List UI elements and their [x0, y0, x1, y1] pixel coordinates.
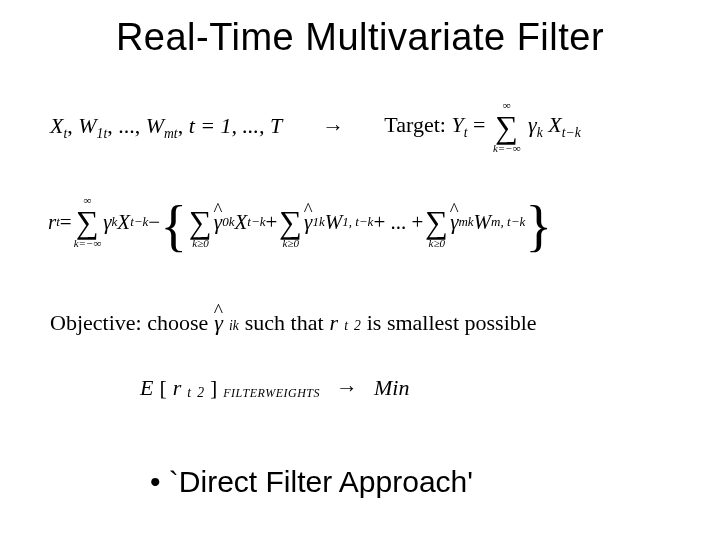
- sum-icon: ∞ ∑ k=−∞: [493, 100, 521, 154]
- arrow-icon: →: [336, 375, 358, 401]
- equation-target: Xt, W1t, ..., Wmt, t = 1, ..., T → Targe…: [50, 100, 670, 154]
- equation-residual: rt = ∞ ∑ k=−∞ γk Xt−k − { ∑ k≥0 γ0k Xt−k…: [48, 195, 688, 249]
- sum-icon: ∑ k≥0: [189, 195, 212, 249]
- gamma-hat: γ: [450, 210, 458, 235]
- arrow-icon: →: [322, 114, 344, 140]
- eq1-inputs: Xt, W1t, ..., Wmt, t = 1, ..., T: [50, 113, 282, 142]
- slide: Real-Time Multivariate Filter Xt, W1t, .…: [0, 0, 720, 540]
- equation-min: E[rt2]FILTERWEIGHTS → Min: [140, 375, 580, 401]
- gamma-hat: γ: [304, 210, 312, 235]
- bullet-text: `Direct Filter Approach': [150, 465, 473, 499]
- eq1-target: Target: Yt = ∞ ∑ k=−∞ γk Xt−k: [384, 100, 580, 154]
- sum-icon: ∑ k≥0: [425, 195, 448, 249]
- gamma-hat: γ: [214, 210, 222, 235]
- sum-icon: ∑ k≥0: [279, 195, 302, 249]
- sum-icon: ∞ ∑ k=−∞: [74, 195, 102, 249]
- objective-text: Objective: choose γik such that rt2 is s…: [50, 310, 670, 336]
- slide-title: Real-Time Multivariate Filter: [0, 16, 720, 59]
- gamma-hat: γ: [214, 310, 223, 336]
